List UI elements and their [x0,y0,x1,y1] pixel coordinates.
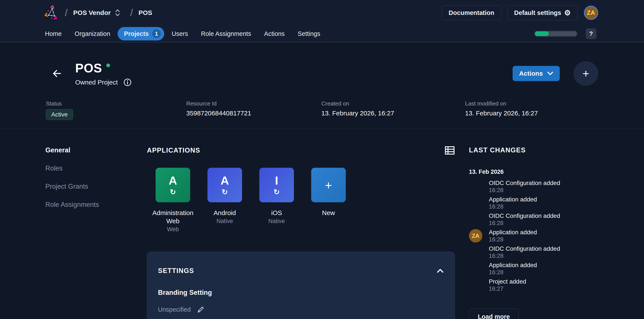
zitadel-logo-icon[interactable] [44,6,59,20]
meta-modified: Last modified on 13. February 2026, 16:2… [465,100,598,120]
settings-heading: SETTINGS [158,267,194,275]
nav-tabs: Home Organization Projects 1 Users Role … [39,27,326,40]
new-app-tile[interactable]: + [311,168,346,202]
page-title: POS [75,60,102,76]
sidebar-item-roles[interactable]: Roles [46,164,147,172]
created-label: Created on [321,100,465,107]
event-user-avatar: ZA [469,229,482,242]
content-area: General Roles Project Grants Role Assign… [0,129,644,319]
actions-dropdown-button[interactable]: Actions [512,66,560,81]
user-avatar[interactable]: ZA [584,6,598,20]
load-more-button[interactable]: Load more [469,309,519,319]
app-card-new: + New [302,168,354,233]
resource-id-label: Resource Id [186,100,321,107]
meta-created: Created on 13. February 2026, 16:27 [321,100,465,120]
help-button[interactable]: ? [586,28,596,39]
nav-bar: Home Organization Projects 1 Users Role … [0,26,644,42]
app-name[interactable]: iOS [271,209,282,217]
org-switcher-icon[interactable] [115,9,120,17]
change-event[interactable]: OIDC Configuration added 16:28 [469,180,598,194]
status-badge: Active [46,109,73,120]
branding-setting-value: Unspecified [158,306,191,313]
meta-resource-id: Resource Id 359872068440817721 [186,100,321,120]
usage-progress-bar[interactable] [534,31,578,37]
change-event[interactable]: OIDC Configuration added 16:28 [469,212,598,226]
gear-icon: ⚙ [564,9,571,16]
sidebar-item-role-assignments[interactable]: Role Assignments [46,200,147,209]
settings-card: SETTINGS Branding Setting Unspecified [147,252,455,319]
nav-tab-role-assignments[interactable]: Role Assignments [195,28,257,40]
redo-arrow-icon: ↻ [274,188,280,196]
info-icon[interactable] [124,78,132,86]
table-icon [445,146,455,155]
side-navigation: General Roles Project Grants Role Assign… [46,129,147,319]
nav-tab-projects[interactable]: Projects 1 [118,27,164,40]
app-type: Web [167,226,179,233]
projects-count-badge: 1 [152,30,161,38]
nav-tab-users[interactable]: Users [166,28,194,40]
documentation-button[interactable]: Documentation [442,6,501,20]
add-button[interactable]: + [574,61,598,86]
change-event[interactable]: Application added 16:28 [469,196,598,210]
default-settings-button[interactable]: Default settings ⚙ [508,5,578,20]
redo-arrow-icon: ↻ [222,188,228,196]
app-initial: I [275,174,278,187]
collapse-button[interactable] [437,269,444,273]
created-value: 13. February 2026, 16:27 [321,110,465,117]
change-event[interactable]: OIDC Configuration added 16:28 [469,245,598,259]
breadcrumb-separator: / [130,7,133,18]
nav-tab-organization[interactable]: Organization [69,28,116,40]
change-event[interactable]: Application added 16:28 [469,262,598,276]
app-initial: A [169,174,177,187]
chevron-down-icon [547,72,553,76]
modified-value: 13. February 2026, 16:27 [465,110,598,117]
header-actions: Documentation Default settings ⚙ ZA [442,5,598,20]
app-tile[interactable]: A ↻ [156,168,190,202]
nav-right: ? [534,28,596,39]
top-bar: / POS Vendor / POS Documentation Default… [0,0,644,42]
change-events: OIDC Configuration added 16:28 Applicati… [469,180,598,292]
arrow-left-icon [52,68,62,78]
change-event[interactable]: Project added 16:27 [469,278,598,292]
page-subtitle: Owned Project [75,79,118,86]
application-tiles: A ↻ Administration Web Web A ↻ Android N… [147,168,455,233]
app-type: Native [216,218,233,224]
header-row: / POS Vendor / POS Documentation Default… [0,0,644,26]
app-card-android: A ↻ Android Native [199,168,251,233]
project-meta: Status Active Resource Id 35987206844081… [46,100,598,120]
back-button[interactable] [52,68,62,78]
change-event[interactable]: ZA Application added 16:28 [469,229,598,243]
app-name[interactable]: New [322,209,335,217]
nav-tab-home[interactable]: Home [39,28,67,40]
sidebar-item-general[interactable]: General [46,146,147,154]
modified-label: Last modified on [465,100,598,107]
page-header: POS Owned Project Actions [0,42,644,129]
table-view-button[interactable] [445,146,455,155]
progress-fill [535,31,549,36]
last-changes-panel: LAST CHANGES 13. Feb 2026 OIDC Configura… [455,129,598,319]
active-status-dot [106,64,110,67]
redo-arrow-icon: ↻ [170,188,176,196]
nav-tab-actions[interactable]: Actions [258,28,290,40]
app-tile[interactable]: I ↻ [259,168,294,202]
main-column: APPLICATIONS A ↻ Administrat [147,129,455,319]
chevron-up-icon [437,269,444,273]
app-name[interactable]: Administration Web [148,209,198,225]
app-card-ios: I ↻ iOS Native [251,168,302,233]
applications-heading: APPLICATIONS [147,146,200,154]
breadcrumb-separator: / [65,7,68,18]
app-tile[interactable]: A ↻ [208,168,242,202]
changes-date: 13. Feb 2026 [469,168,598,176]
edit-pencil-icon[interactable] [196,305,205,314]
branding-setting-title: Branding Setting [158,289,444,296]
app-type: Native [268,218,285,224]
app-window: / POS Vendor / POS Documentation Default… [0,0,644,319]
breadcrumb-project[interactable]: POS [138,9,152,16]
nav-tab-settings[interactable]: Settings [292,28,326,40]
sidebar-item-project-grants[interactable]: Project Grants [46,182,147,190]
resource-id-value: 359872068440817721 [186,110,321,117]
app-initial: A [221,174,229,187]
breadcrumb-org[interactable]: POS Vendor [73,9,111,16]
last-changes-heading: LAST CHANGES [469,146,598,154]
app-name[interactable]: Android [214,209,236,217]
